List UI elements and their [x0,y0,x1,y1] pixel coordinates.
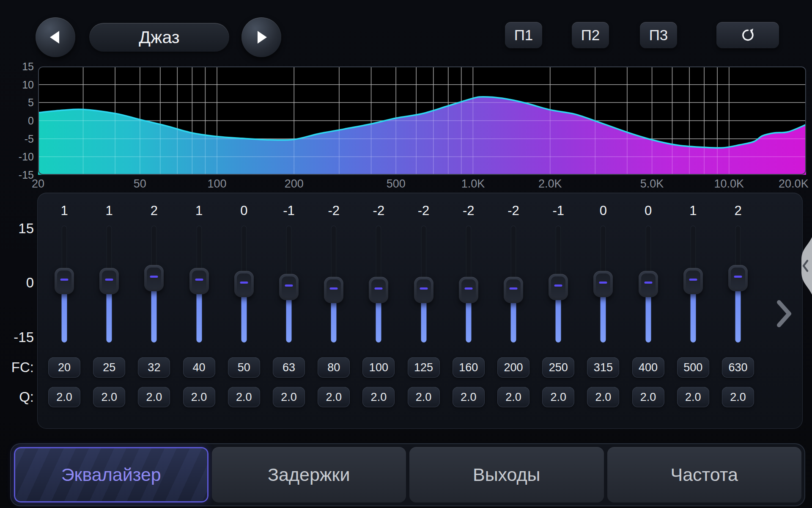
band-q-button[interactable]: 2.0 [48,387,80,407]
tab-delays-label: Задержки [268,464,350,485]
band-gain-slider[interactable] [549,226,568,342]
eq-band: 0502.0 [222,193,266,429]
band-q-button[interactable]: 2.0 [362,387,395,407]
slider-handle[interactable] [99,268,119,294]
band-gain-slider[interactable] [144,226,164,342]
memory-2-label: П2 [581,27,600,44]
bottom-tab-bar: Эквалайзер Задержки Выходы Частота [10,443,805,506]
gain-tick-label: -15 [0,169,34,181]
band-gain-slider[interactable] [55,226,74,342]
reset-button[interactable] [716,22,779,48]
slider-handle[interactable] [369,277,388,303]
band-fc-button[interactable]: 63 [273,357,305,378]
band-q-button[interactable]: 2.0 [677,387,709,407]
memory-3-label: П3 [649,27,668,44]
preset-memory-2-button[interactable]: П2 [572,22,609,48]
band-fc-button[interactable]: 315 [587,357,619,378]
band-gain-slider[interactable] [728,226,748,342]
band-fc-button[interactable]: 250 [542,357,574,378]
slider-handle[interactable] [593,271,613,297]
slider-handle[interactable] [504,277,523,303]
tab-frequency[interactable]: Частота [607,447,802,502]
band-fc-button[interactable]: 400 [632,357,664,378]
frequency-tick-label: 50 [134,177,146,190]
eq-band: -22002.0 [491,193,536,429]
band-gain-slider[interactable] [99,226,119,342]
band-fc-button[interactable]: 160 [453,357,485,378]
slider-handle[interactable] [279,274,299,300]
eq-band: -21602.0 [446,193,491,429]
band-fc-button[interactable]: 125 [408,357,440,378]
frequency-tick-label: 100 [208,177,227,190]
band-q-button[interactable]: 2.0 [228,387,260,407]
band-gain-slider[interactable] [189,226,209,342]
band-fc-button[interactable]: 32 [138,357,170,378]
band-gain-slider[interactable] [504,226,523,342]
band-gain-slider[interactable] [459,226,478,342]
drawer-handle[interactable] [798,237,812,295]
band-gain-slider[interactable] [683,226,703,342]
slider-handle[interactable] [639,271,658,297]
preset-selector[interactable]: Джаз [89,23,229,52]
slider-handle[interactable] [324,277,343,303]
band-q-button[interactable]: 2.0 [587,387,619,407]
band-q-button[interactable]: 2.0 [408,387,440,407]
band-q-button[interactable]: 2.0 [542,387,574,407]
slider-handle[interactable] [234,271,254,297]
band-gain-value: 0 [581,203,625,218]
band-q-button[interactable]: 2.0 [318,387,350,407]
gain-tick-label: 15 [0,61,34,73]
slider-handle[interactable] [459,277,478,303]
tab-equalizer[interactable]: Эквалайзер [14,447,208,502]
preset-memory-3-button[interactable]: П3 [640,22,677,48]
band-q-button[interactable]: 2.0 [453,387,485,407]
preset-next-button[interactable] [241,17,281,57]
slider-handle[interactable] [549,274,568,300]
fc-row-caption: FC: [0,359,34,375]
band-gain-slider[interactable] [324,226,343,342]
band-q-button[interactable]: 2.0 [183,387,215,407]
band-fc-button[interactable]: 200 [497,357,529,378]
gain-tick-label: 0 [0,115,34,127]
band-fc-button[interactable]: 100 [362,357,395,378]
slider-scale-min: -15 [0,329,34,345]
preset-prev-button[interactable] [36,17,75,57]
band-q-button[interactable]: 2.0 [93,387,125,407]
slider-handle[interactable] [728,265,748,291]
tab-outputs[interactable]: Выходы [409,447,604,502]
slider-handle[interactable] [414,277,433,303]
band-gain-slider[interactable] [593,226,613,342]
band-fc-button[interactable]: 20 [48,357,80,378]
band-fc-button[interactable]: 50 [228,357,260,378]
band-q-button[interactable]: 2.0 [632,387,664,407]
preset-memory-1-button[interactable]: П1 [505,22,542,48]
slider-handle[interactable] [55,268,74,294]
band-gain-slider[interactable] [414,226,433,342]
tab-delays[interactable]: Задержки [212,447,406,502]
slider-handle[interactable] [144,265,164,291]
band-gain-value: 1 [671,203,716,218]
band-fc-button[interactable]: 25 [93,357,125,378]
band-fc-button[interactable]: 80 [318,357,350,378]
equalizer-screen: Джаз П1 П2 П3 151050-5-10-15 20501002005… [0,0,812,508]
eq-band: 15002.0 [671,193,716,429]
band-fc-button[interactable]: 500 [677,357,709,378]
band-q-button[interactable]: 2.0 [273,387,305,407]
tab-frequency-label: Частота [671,464,738,485]
band-gain-value: -2 [401,203,446,218]
band-q-button[interactable]: 2.0 [138,387,170,407]
band-gain-slider[interactable] [369,226,388,342]
slider-handle[interactable] [189,268,209,294]
band-gain-slider[interactable] [639,226,658,342]
band-q-button[interactable]: 2.0 [497,387,529,407]
band-fc-button[interactable]: 40 [183,357,215,378]
band-gain-value: 0 [626,203,671,218]
gain-tick-label: -5 [0,133,34,145]
band-fc-button[interactable]: 630 [722,357,754,378]
next-bands-button[interactable] [776,299,793,329]
band-q-button[interactable]: 2.0 [722,387,754,407]
eq-band: -2802.0 [311,193,356,429]
slider-handle[interactable] [683,268,703,294]
band-gain-slider[interactable] [279,226,299,342]
band-gain-slider[interactable] [234,226,254,342]
